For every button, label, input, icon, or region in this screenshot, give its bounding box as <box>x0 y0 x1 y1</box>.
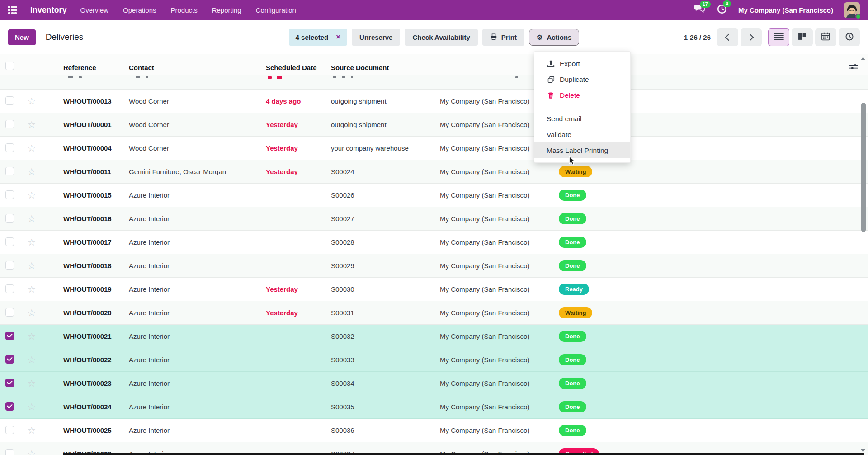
actions-button[interactable]: ⚙ Actions <box>529 29 579 46</box>
print-button[interactable]: Print <box>482 29 524 46</box>
list-view-button[interactable] <box>768 28 789 46</box>
source-document-cell: S00034 <box>331 379 440 387</box>
calendar-view-button[interactable] <box>815 28 836 46</box>
activity-view-button[interactable] <box>839 28 860 46</box>
scrollbar-thumb[interactable] <box>861 103 866 232</box>
scheduled-date-cell: Yesterday <box>266 121 331 128</box>
row-checkbox[interactable] <box>5 120 14 128</box>
favorite-star-icon[interactable]: ☆ <box>20 190 43 201</box>
favorite-star-icon[interactable]: ☆ <box>20 119 43 130</box>
row-checkbox[interactable] <box>5 449 14 455</box>
row-checkbox[interactable] <box>5 402 14 411</box>
scheduled-date-cell: Yesterday <box>266 309 331 317</box>
favorite-star-icon[interactable]: ☆ <box>20 237 43 248</box>
apps-grid-icon[interactable] <box>8 6 17 14</box>
favorite-star-icon[interactable]: ☆ <box>20 378 43 389</box>
chevron-left-icon <box>725 33 732 41</box>
reference-cell: WH/OUT/00018 <box>43 262 129 270</box>
nav-item-reporting[interactable]: Reporting <box>212 6 241 14</box>
row-checkbox[interactable] <box>5 332 14 340</box>
table-row[interactable]: ☆ WH/OUT/00016 Azure Interior S00027 My … <box>0 207 868 231</box>
row-checkbox[interactable] <box>5 143 14 152</box>
row-checkbox[interactable] <box>5 308 14 317</box>
favorite-star-icon[interactable]: ☆ <box>20 449 43 455</box>
menu-item-export[interactable]: Export <box>534 56 630 71</box>
check-availability-button[interactable]: Check Availability <box>405 29 477 46</box>
nav-item-overview[interactable]: Overview <box>80 6 109 14</box>
table-row[interactable]: ☆ WH/OUT/00004 Wood Corner Yesterday you… <box>0 137 868 160</box>
favorite-star-icon[interactable]: ☆ <box>20 308 43 318</box>
table-row[interactable]: ☆ WH/OUT/00023 Azure Interior S00034 My … <box>0 372 868 395</box>
favorite-star-icon[interactable]: ☆ <box>20 96 43 107</box>
favorite-star-icon[interactable]: ☆ <box>20 355 43 365</box>
row-checkbox[interactable] <box>5 214 14 223</box>
menu-divider <box>534 107 630 107</box>
row-checkbox[interactable] <box>5 379 14 387</box>
scrollbar-up-arrow[interactable] <box>861 57 865 60</box>
row-checkbox[interactable] <box>5 96 14 105</box>
table-row[interactable]: ☆ WH/OUT/00021 Azure Interior S00032 My … <box>0 325 868 348</box>
pager-previous-button[interactable] <box>717 28 738 46</box>
company-cell: My Company (San Francisco) <box>440 427 559 434</box>
user-avatar[interactable] <box>844 2 860 18</box>
table-row[interactable]: ☆ WH/OUT/00024 Azure Interior S00035 My … <box>0 395 868 419</box>
row-checkbox[interactable] <box>5 355 14 364</box>
app-name[interactable]: Inventory <box>30 5 67 15</box>
clear-selection-icon[interactable]: × <box>336 33 340 42</box>
duplicate-icon <box>547 76 555 83</box>
unreserve-button[interactable]: Unreserve <box>352 29 400 46</box>
row-checkbox[interactable] <box>5 426 14 434</box>
table-row[interactable]: ☆ WH/OUT/00020 Azure Interior Yesterday … <box>0 301 868 325</box>
favorite-star-icon[interactable]: ☆ <box>20 261 43 271</box>
activities-button[interactable]: 4 <box>717 4 727 16</box>
scrollbar-down-arrow[interactable] <box>861 449 865 452</box>
kanban-view-icon <box>798 32 807 42</box>
favorite-star-icon[interactable]: ☆ <box>20 166 43 177</box>
column-header-contact[interactable]: Contact <box>129 64 266 71</box>
menu-item-label: Send email <box>547 115 582 123</box>
favorite-star-icon[interactable]: ☆ <box>20 331 43 342</box>
menu-item-delete[interactable]: Delete <box>534 87 630 103</box>
table-row[interactable]: ☆ WH/OUT/00013 Wood Corner 4 days ago ou… <box>0 90 868 113</box>
menu-item-duplicate[interactable]: Duplicate <box>534 71 630 87</box>
row-checkbox[interactable] <box>5 237 14 246</box>
favorite-star-icon[interactable]: ☆ <box>20 425 43 436</box>
row-checkbox[interactable] <box>5 167 14 175</box>
optional-columns-icon[interactable] <box>849 64 859 71</box>
column-header-scheduled-date[interactable]: Scheduled Date <box>266 64 331 71</box>
nav-item-products[interactable]: Products <box>170 6 197 14</box>
table-row[interactable]: ☆ WH/OUT/00022 Azure Interior S00033 My … <box>0 348 868 372</box>
table-row[interactable]: ☆ WH/OUT/00017 Azure Interior S00028 My … <box>0 231 868 254</box>
menu-item-validate[interactable]: Validate <box>534 127 630 142</box>
nav-item-configuration[interactable]: Configuration <box>256 6 296 14</box>
source-document-cell: S00033 <box>331 356 440 364</box>
favorite-star-icon[interactable]: ☆ <box>20 213 43 224</box>
menu-item-send-email[interactable]: Send email <box>534 111 630 127</box>
column-header-source-document[interactable]: Source Document <box>331 64 440 71</box>
table-row[interactable]: ☆ WH/OUT/00025 Azure Interior S00036 My … <box>0 419 868 442</box>
select-all-checkbox[interactable] <box>5 62 14 70</box>
kanban-view-button[interactable] <box>792 28 813 46</box>
table-row[interactable]: ☆ WH/OUT/00015 Azure Interior S00026 My … <box>0 184 868 207</box>
scheduled-date-cell: Yesterday <box>266 285 331 293</box>
column-header-reference[interactable]: Reference <box>43 64 129 71</box>
row-checkbox[interactable] <box>5 261 14 270</box>
favorite-star-icon[interactable]: ☆ <box>20 143 43 154</box>
contact-cell: Wood Corner <box>129 121 266 128</box>
new-button[interactable]: New <box>8 29 36 45</box>
table-row[interactable]: ☆ WH/OUT/00018 Azure Interior S00029 My … <box>0 254 868 278</box>
page-title: Deliveries <box>46 32 83 42</box>
favorite-star-icon[interactable]: ☆ <box>20 402 43 412</box>
favorite-star-icon[interactable]: ☆ <box>20 284 43 295</box>
table-row[interactable]: ☆ WH/OUT/00011 Gemini Furniture, Oscar M… <box>0 160 868 184</box>
reference-cell: WH/OUT/00022 <box>43 356 129 364</box>
nav-item-operations[interactable]: Operations <box>123 6 156 14</box>
menu-item-mass-label-printing[interactable]: Mass Label Printing <box>534 142 630 158</box>
company-switcher[interactable]: My Company (San Francisco) <box>738 6 833 14</box>
table-row[interactable]: ☆ WH/OUT/00001 Wood Corner Yesterday out… <box>0 113 868 137</box>
row-checkbox[interactable] <box>5 190 14 199</box>
messages-button[interactable]: 17 <box>693 4 706 16</box>
table-row[interactable]: ☆ WH/OUT/00019 Azure Interior Yesterday … <box>0 278 868 301</box>
pager-next-button[interactable] <box>741 28 762 46</box>
row-checkbox[interactable] <box>5 284 14 293</box>
